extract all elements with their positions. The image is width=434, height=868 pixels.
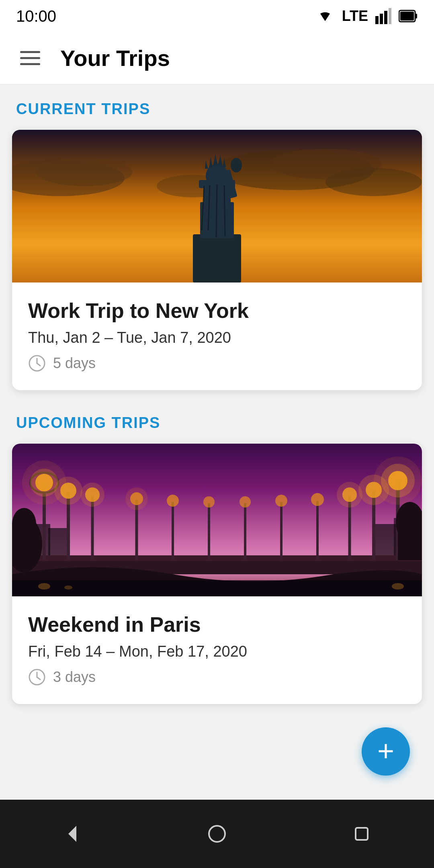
svg-rect-14 bbox=[193, 234, 241, 283]
main-content: CURRENT TRIPS bbox=[0, 84, 434, 740]
clock-icon-nyc bbox=[28, 354, 46, 372]
status-icons: LTE bbox=[315, 8, 418, 25]
bottom-nav-bar bbox=[0, 800, 434, 868]
status-time: 10:00 bbox=[16, 7, 56, 25]
svg-point-67 bbox=[337, 482, 362, 508]
back-icon bbox=[62, 824, 82, 844]
battery-icon bbox=[399, 8, 418, 24]
upcoming-trips-header: UPCOMING TRIPS bbox=[12, 414, 422, 432]
svg-point-81 bbox=[64, 585, 72, 590]
add-trip-icon: + bbox=[377, 736, 394, 765]
trip-duration-label-paris: 3 days bbox=[53, 669, 96, 686]
menu-line-1 bbox=[20, 51, 40, 53]
trip-card-body-paris: Weekend in Paris Fri, Feb 14 – Mon, Feb … bbox=[12, 596, 422, 704]
svg-line-85 bbox=[37, 677, 40, 680]
trip-card-paris[interactable]: Weekend in Paris Fri, Feb 14 – Mon, Feb … bbox=[12, 444, 422, 704]
trip-image-nyc bbox=[12, 130, 422, 283]
clock-icon-paris bbox=[28, 668, 46, 686]
svg-rect-3 bbox=[389, 8, 391, 24]
menu-line-2 bbox=[20, 57, 40, 59]
svg-rect-40 bbox=[12, 555, 422, 561]
svg-point-62 bbox=[275, 495, 287, 507]
svg-point-76 bbox=[12, 508, 36, 540]
svg-rect-5 bbox=[415, 14, 417, 18]
svg-marker-86 bbox=[68, 826, 76, 842]
svg-point-74 bbox=[374, 457, 422, 505]
svg-point-60 bbox=[240, 496, 251, 508]
trip-duration-paris: 3 days bbox=[28, 668, 406, 686]
svg-line-32 bbox=[37, 363, 40, 366]
page-title: Your Trips bbox=[60, 45, 170, 71]
trip-duration-nyc: 5 days bbox=[28, 354, 406, 372]
svg-point-48 bbox=[54, 477, 82, 505]
ny-scene bbox=[12, 130, 422, 283]
home-icon bbox=[207, 824, 227, 844]
svg-line-28 bbox=[216, 184, 217, 237]
svg-rect-2 bbox=[384, 11, 387, 24]
svg-point-54 bbox=[125, 487, 148, 510]
svg-rect-88 bbox=[356, 828, 368, 840]
svg-rect-6 bbox=[400, 12, 414, 20]
svg-point-80 bbox=[38, 583, 50, 590]
menu-button[interactable] bbox=[16, 47, 44, 69]
app-bar: Your Trips bbox=[0, 32, 434, 84]
svg-point-87 bbox=[209, 826, 225, 842]
nav-back-button[interactable] bbox=[54, 816, 90, 852]
svg-point-9 bbox=[36, 158, 133, 186]
svg-point-25 bbox=[231, 158, 242, 172]
nav-home-button[interactable] bbox=[199, 816, 235, 852]
add-trip-button[interactable]: + bbox=[362, 727, 410, 776]
lte-label: LTE bbox=[342, 8, 368, 25]
svg-point-56 bbox=[167, 495, 179, 507]
status-bar: 10:00 LTE bbox=[0, 0, 434, 32]
trip-name-nyc: Work Trip to New York bbox=[28, 299, 406, 323]
trip-card-nyc[interactable]: Work Trip to New York Thu, Jan 2 – Tue, … bbox=[12, 130, 422, 390]
menu-line-3 bbox=[20, 63, 40, 65]
svg-rect-79 bbox=[12, 580, 422, 596]
wifi-icon bbox=[315, 8, 335, 24]
svg-point-12 bbox=[326, 168, 422, 196]
current-trips-section: CURRENT TRIPS bbox=[12, 100, 422, 410]
signal-icon bbox=[375, 8, 391, 24]
svg-point-51 bbox=[80, 483, 104, 507]
current-trips-header: CURRENT TRIPS bbox=[12, 100, 422, 118]
trip-dates-nyc: Thu, Jan 2 – Tue, Jan 7, 2020 bbox=[28, 329, 406, 346]
trip-card-body-nyc: Work Trip to New York Thu, Jan 2 – Tue, … bbox=[12, 283, 422, 390]
svg-rect-0 bbox=[375, 16, 379, 24]
trip-dates-paris: Fri, Feb 14 – Mon, Feb 17, 2020 bbox=[28, 643, 406, 660]
paris-illustration bbox=[12, 444, 422, 596]
trip-image-paris bbox=[12, 444, 422, 596]
svg-point-82 bbox=[392, 583, 404, 590]
trip-name-paris: Weekend in Paris bbox=[28, 612, 406, 637]
svg-rect-1 bbox=[380, 14, 383, 24]
nav-recent-button[interactable] bbox=[344, 816, 380, 852]
trip-duration-label-nyc: 5 days bbox=[53, 355, 96, 372]
svg-point-58 bbox=[203, 496, 215, 508]
recent-icon bbox=[352, 824, 372, 844]
ny-illustration bbox=[12, 130, 422, 283]
svg-line-29 bbox=[224, 185, 225, 236]
upcoming-trips-section: UPCOMING TRIPS bbox=[12, 414, 422, 724]
svg-point-64 bbox=[311, 493, 324, 506]
